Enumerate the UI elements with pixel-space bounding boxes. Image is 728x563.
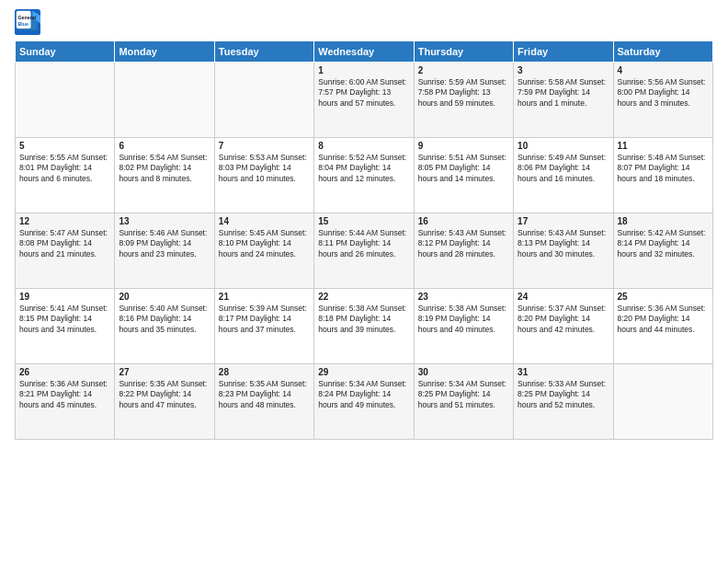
cell-content: Sunrise: 5:36 AM Sunset: 8:20 PM Dayligh… [618,304,709,335]
cell-content: Sunrise: 5:43 AM Sunset: 8:12 PM Dayligh… [418,228,509,259]
cell-2-4: 16Sunrise: 5:43 AM Sunset: 8:12 PM Dayli… [414,213,513,289]
cell-2-6: 18Sunrise: 5:42 AM Sunset: 8:14 PM Dayli… [613,213,712,289]
svg-text:Blue: Blue [18,21,28,27]
day-number: 24 [518,292,609,302]
cell-3-4: 23Sunrise: 5:38 AM Sunset: 8:19 PM Dayli… [414,289,513,364]
day-number: 10 [518,141,609,151]
day-number: 25 [618,292,709,302]
day-number: 18 [618,216,709,226]
day-number: 30 [418,367,509,377]
cell-content: Sunrise: 5:33 AM Sunset: 8:25 PM Dayligh… [518,379,609,410]
cell-content: Sunrise: 5:43 AM Sunset: 8:13 PM Dayligh… [518,228,609,259]
day-number: 3 [518,65,609,75]
cell-2-5: 17Sunrise: 5:43 AM Sunset: 8:13 PM Dayli… [514,213,613,289]
cell-3-1: 20Sunrise: 5:40 AM Sunset: 8:16 PM Dayli… [115,289,214,364]
day-number: 29 [318,367,409,377]
cell-content: Sunrise: 5:54 AM Sunset: 8:02 PM Dayligh… [119,153,210,184]
cell-0-4: 2Sunrise: 5:59 AM Sunset: 7:58 PM Daylig… [414,63,513,138]
cell-4-0: 26Sunrise: 5:36 AM Sunset: 8:21 PM Dayli… [16,364,115,440]
cell-content: Sunrise: 5:36 AM Sunset: 8:21 PM Dayligh… [19,379,110,410]
cell-1-3: 8Sunrise: 5:52 AM Sunset: 8:04 PM Daylig… [314,138,414,213]
day-number: 5 [19,141,110,151]
cell-content: Sunrise: 5:38 AM Sunset: 8:19 PM Dayligh… [418,304,509,335]
cell-content: Sunrise: 5:37 AM Sunset: 8:20 PM Dayligh… [518,304,609,335]
day-number: 26 [19,367,110,377]
day-number: 7 [219,141,310,151]
day-number: 8 [318,141,409,151]
cell-content: Sunrise: 5:35 AM Sunset: 8:22 PM Dayligh… [119,379,210,410]
day-number: 4 [618,65,709,75]
cell-content: Sunrise: 5:59 AM Sunset: 7:58 PM Dayligh… [418,77,509,109]
cell-1-6: 11Sunrise: 5:48 AM Sunset: 8:07 PM Dayli… [613,138,712,213]
col-header-saturday: Saturday [613,41,712,63]
cell-2-3: 15Sunrise: 5:44 AM Sunset: 8:11 PM Dayli… [314,213,414,289]
cell-3-3: 22Sunrise: 5:38 AM Sunset: 8:18 PM Dayli… [314,289,414,364]
week-row-0: 1Sunrise: 6:00 AM Sunset: 7:57 PM Daylig… [16,63,713,138]
week-row-3: 19Sunrise: 5:41 AM Sunset: 8:15 PM Dayli… [16,289,713,364]
cell-4-2: 28Sunrise: 5:35 AM Sunset: 8:23 PM Dayli… [214,364,313,440]
cell-4-5: 31Sunrise: 5:33 AM Sunset: 8:25 PM Dayli… [514,364,613,440]
cell-content: Sunrise: 5:38 AM Sunset: 8:18 PM Dayligh… [318,304,409,335]
cell-3-5: 24Sunrise: 5:37 AM Sunset: 8:20 PM Dayli… [514,289,613,364]
day-number: 23 [418,292,509,302]
day-number: 27 [119,367,210,377]
cell-4-3: 29Sunrise: 5:34 AM Sunset: 8:24 PM Dayli… [314,364,414,440]
cell-1-4: 9Sunrise: 5:51 AM Sunset: 8:05 PM Daylig… [414,138,513,213]
day-number: 6 [119,141,210,151]
cell-content: Sunrise: 5:44 AM Sunset: 8:11 PM Dayligh… [318,228,409,259]
cell-content: Sunrise: 5:48 AM Sunset: 8:07 PM Dayligh… [618,153,709,184]
cell-content: Sunrise: 5:41 AM Sunset: 8:15 PM Dayligh… [19,304,110,335]
cell-content: Sunrise: 5:35 AM Sunset: 8:23 PM Dayligh… [219,379,310,410]
day-number: 28 [219,367,310,377]
cell-0-1 [115,63,214,138]
cell-content: Sunrise: 5:56 AM Sunset: 8:00 PM Dayligh… [618,77,709,109]
day-number: 19 [19,292,110,302]
cell-3-6: 25Sunrise: 5:36 AM Sunset: 8:20 PM Dayli… [613,289,712,364]
cell-content: Sunrise: 5:45 AM Sunset: 8:10 PM Dayligh… [219,228,310,259]
col-header-monday: Monday [115,41,214,63]
day-number: 17 [518,216,609,226]
cell-4-1: 27Sunrise: 5:35 AM Sunset: 8:22 PM Dayli… [115,364,214,440]
page: General Blue SundayMondayTuesdayWednesda… [0,0,728,563]
col-header-thursday: Thursday [414,41,513,63]
logo: General Blue [15,9,44,35]
cell-0-6: 4Sunrise: 5:56 AM Sunset: 8:00 PM Daylig… [613,63,712,138]
day-number: 16 [418,216,509,226]
cell-content: Sunrise: 5:53 AM Sunset: 8:03 PM Dayligh… [219,153,310,184]
calendar-table: SundayMondayTuesdayWednesdayThursdayFrid… [15,40,713,440]
col-header-friday: Friday [514,41,613,63]
cell-content: Sunrise: 5:51 AM Sunset: 8:05 PM Dayligh… [418,153,509,184]
cell-1-5: 10Sunrise: 5:49 AM Sunset: 8:06 PM Dayli… [514,138,613,213]
cell-1-1: 6Sunrise: 5:54 AM Sunset: 8:02 PM Daylig… [115,138,214,213]
cell-content: Sunrise: 5:47 AM Sunset: 8:08 PM Dayligh… [19,228,110,259]
day-number: 22 [318,292,409,302]
week-row-1: 5Sunrise: 5:55 AM Sunset: 8:01 PM Daylig… [16,138,713,213]
col-header-wednesday: Wednesday [314,41,414,63]
day-number: 2 [418,65,509,75]
week-row-4: 26Sunrise: 5:36 AM Sunset: 8:21 PM Dayli… [16,364,713,440]
cell-4-6 [613,364,712,440]
cell-content: Sunrise: 5:34 AM Sunset: 8:25 PM Dayligh… [418,379,509,410]
cell-content: Sunrise: 5:40 AM Sunset: 8:16 PM Dayligh… [119,304,210,335]
day-number: 14 [219,216,310,226]
header: General Blue [15,9,713,35]
cell-3-2: 21Sunrise: 5:39 AM Sunset: 8:17 PM Dayli… [214,289,313,364]
cell-3-0: 19Sunrise: 5:41 AM Sunset: 8:15 PM Dayli… [16,289,115,364]
col-header-sunday: Sunday [16,41,115,63]
day-number: 15 [318,216,409,226]
cell-1-0: 5Sunrise: 5:55 AM Sunset: 8:01 PM Daylig… [16,138,115,213]
cell-content: Sunrise: 5:34 AM Sunset: 8:24 PM Dayligh… [318,379,409,410]
day-number: 12 [19,216,110,226]
cell-content: Sunrise: 6:00 AM Sunset: 7:57 PM Dayligh… [318,77,409,109]
day-number: 9 [418,141,509,151]
day-number: 11 [618,141,709,151]
cell-0-2 [214,63,313,138]
cell-content: Sunrise: 5:42 AM Sunset: 8:14 PM Dayligh… [618,228,709,259]
day-number: 31 [518,367,609,377]
cell-content: Sunrise: 5:39 AM Sunset: 8:17 PM Dayligh… [219,304,310,335]
day-number: 13 [119,216,210,226]
week-row-2: 12Sunrise: 5:47 AM Sunset: 8:08 PM Dayli… [16,213,713,289]
cell-2-0: 12Sunrise: 5:47 AM Sunset: 8:08 PM Dayli… [16,213,115,289]
cell-2-1: 13Sunrise: 5:46 AM Sunset: 8:09 PM Dayli… [115,213,214,289]
cell-content: Sunrise: 5:55 AM Sunset: 8:01 PM Dayligh… [19,153,110,184]
